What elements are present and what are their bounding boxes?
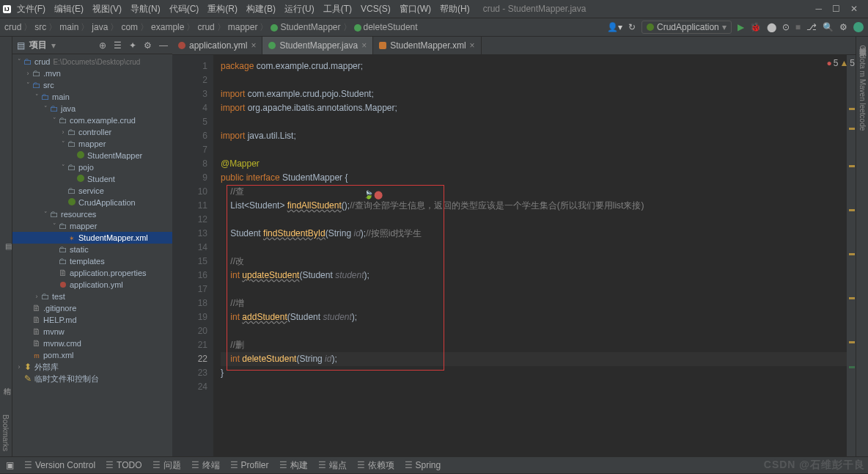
select-opened-file-icon[interactable]: ⊕ <box>99 40 106 51</box>
sync-icon[interactable]: ↻ <box>628 22 636 32</box>
bottom-item[interactable]: ☰问题 <box>152 459 181 472</box>
menu-item[interactable]: 代码(C) <box>165 2 204 15</box>
right-toolwindow-bar[interactable]: 通知 数据库 Codota m Maven leetcode <box>856 37 868 456</box>
tree-row[interactable]: ˅🗀com.example.crud <box>12 114 172 126</box>
close-icon[interactable]: ✕ <box>850 4 858 14</box>
tree-row[interactable]: ›⬍外部库 <box>12 361 172 373</box>
expand-icon[interactable]: ✦ <box>129 40 136 51</box>
profile-icon[interactable]: ⊙ <box>782 22 790 32</box>
tree-row[interactable]: mpom.xml <box>12 349 172 361</box>
menu-item[interactable]: VCS(S) <box>356 2 395 15</box>
user-icon[interactable]: 👤▾ <box>607 22 622 32</box>
breadcrumb-item[interactable]: deleteStudent <box>354 22 418 32</box>
run-icon[interactable]: ▶ <box>738 22 744 32</box>
project-pane: ▤ 项目 ▾ ⊕ ☰ ✦ ⚙ — ˅🗀crudE:\Documets\Deskt… <box>12 37 172 456</box>
breadcrumb-item[interactable]: StudentMapper <box>271 22 340 32</box>
tree-row[interactable]: 🗎mvnw <box>12 326 172 338</box>
tree-row[interactable]: ˅🗀mapper <box>12 138 172 150</box>
bottom-item[interactable]: ☰构建 <box>279 459 308 472</box>
tree-row[interactable]: Student <box>12 173 172 185</box>
breadcrumb-item[interactable]: example <box>151 22 184 32</box>
project-tree[interactable]: ˅🗀crudE:\Documets\Desktop\crud›🗀.mvn˅🗀sr… <box>12 54 172 456</box>
avatar-icon[interactable] <box>853 22 864 32</box>
menu-item[interactable]: 视图(V) <box>88 2 126 15</box>
tree-row[interactable]: application.yml <box>12 279 172 291</box>
breadcrumb-item[interactable]: crud <box>4 22 21 32</box>
coverage-icon[interactable]: ⬤ <box>767 22 776 32</box>
bottom-item[interactable]: ☰TODO <box>106 460 141 470</box>
menu-item[interactable]: 帮助(H) <box>435 2 474 15</box>
tree-row[interactable]: ›🗀test <box>12 291 172 302</box>
tree-row[interactable]: 🗎.gitignore <box>12 302 172 314</box>
tree-row[interactable]: ✶StudentMapper.xml <box>12 232 172 244</box>
menu-item[interactable]: 工具(T) <box>319 2 356 15</box>
menu-item[interactable]: 重构(R) <box>203 2 242 15</box>
menu-item[interactable]: 导航(N) <box>126 2 165 15</box>
settings-icon[interactable]: ⚙ <box>839 22 847 32</box>
tree-row[interactable]: ˅🗀resources <box>12 208 172 220</box>
tree-row[interactable]: 🗀service <box>12 185 172 197</box>
menu-item[interactable]: 构建(B) <box>242 2 280 15</box>
breadcrumb-item[interactable]: com <box>121 22 138 32</box>
tree-row[interactable]: StudentMapper <box>12 150 172 161</box>
breadcrumb-item[interactable]: src <box>34 22 46 32</box>
tree-row[interactable]: ˅🗀src <box>12 79 172 91</box>
close-tab-icon[interactable]: × <box>361 40 367 51</box>
breadcrumb-item[interactable]: java <box>92 22 108 32</box>
tree-row[interactable]: 🗎mvnw.cmd <box>12 338 172 349</box>
settings-icon[interactable]: ⚙ <box>144 40 152 51</box>
gutter[interactable]: 123456789101112131415161718192021222324 <box>172 55 213 456</box>
bottom-item[interactable]: ☰端点 <box>318 459 347 472</box>
close-tab-icon[interactable]: × <box>470 40 475 51</box>
hide-icon[interactable]: — <box>159 40 168 51</box>
breadcrumb-item[interactable]: crud <box>197 22 214 32</box>
tree-row[interactable]: ˅🗀main <box>12 91 172 103</box>
debug-icon[interactable]: 🐞 <box>750 22 761 32</box>
bottom-item[interactable]: ☰Profiler <box>230 460 269 470</box>
editor-tabs[interactable]: application.yml×StudentMapper.java×Stude… <box>172 37 856 55</box>
menu-item[interactable]: 窗口(W) <box>395 2 435 15</box>
git-icon[interactable]: ⎇ <box>806 22 817 32</box>
tree-row[interactable]: 🗀static <box>12 244 172 255</box>
maximize-icon[interactable]: ☐ <box>832 4 840 14</box>
bottom-item[interactable]: ☰Spring <box>405 460 441 470</box>
run-config[interactable]: CrudApplication ▾ <box>641 21 732 34</box>
tree-row[interactable]: CrudApplication <box>12 197 172 208</box>
code-editor[interactable]: package com.example.crud.mapper;import c… <box>213 55 847 456</box>
toolwin-icon[interactable]: ▣ <box>6 460 14 470</box>
override-icon[interactable]: ⬤ <box>374 190 383 199</box>
nav-toolbar: crud〉src〉main〉java〉com〉example〉crud〉mapp… <box>0 18 868 37</box>
tree-row[interactable]: 🗀templates <box>12 255 172 267</box>
tree-row[interactable]: ›🗀.mvn <box>12 68 172 79</box>
menu-item[interactable]: 文件(F) <box>12 2 50 15</box>
tree-row[interactable]: ›🗀controller <box>12 126 172 138</box>
impl-icon[interactable]: 🍃 <box>364 190 374 199</box>
left-toolwindow-bar[interactable]: ▤ <box>0 37 12 456</box>
editor-tab[interactable]: StudentMapper.xml× <box>373 37 481 54</box>
bottom-item[interactable]: ☰终端 <box>191 459 220 472</box>
tree-row[interactable]: ˅🗀pojo <box>12 161 172 173</box>
error-stripe[interactable]: ●5 ▲5 <box>847 55 856 456</box>
search-icon[interactable]: 🔍 <box>823 22 834 32</box>
tree-row[interactable]: ✎临时文件和控制台 <box>12 373 172 384</box>
editor-tab[interactable]: StudentMapper.java× <box>262 37 373 54</box>
tree-row[interactable]: 🗎HELP.md <box>12 314 172 326</box>
tree-row[interactable]: 🗎application.properties <box>12 267 172 279</box>
menu-item[interactable]: 编辑(E) <box>50 2 88 15</box>
left-bar-bookmarks[interactable]: Bookmarks <box>1 415 10 451</box>
bottom-toolbar[interactable]: ▣ ☰Version Control☰TODO☰问题☰终端☰Profiler☰构… <box>0 456 868 473</box>
tree-row[interactable]: ˅🗀crudE:\Documets\Desktop\crud <box>12 56 172 68</box>
breadcrumb-item[interactable]: mapper <box>228 22 258 32</box>
tree-row[interactable]: ˅🗀mapper <box>12 220 172 232</box>
stop-icon[interactable]: ■ <box>795 22 801 32</box>
close-tab-icon[interactable]: × <box>251 40 256 51</box>
breadcrumb[interactable]: crud〉src〉main〉java〉com〉example〉crud〉mapp… <box>4 21 418 34</box>
bottom-item[interactable]: ☰Version Control <box>24 460 95 470</box>
collapse-icon[interactable]: ☰ <box>114 40 122 51</box>
minimize-icon[interactable]: ─ <box>815 4 822 14</box>
editor-tab[interactable]: application.yml× <box>172 37 262 54</box>
tree-row[interactable]: ˅🗀java <box>12 103 172 114</box>
breadcrumb-item[interactable]: main <box>59 22 78 32</box>
bottom-item[interactable]: ☰依赖项 <box>357 459 394 472</box>
menu-item[interactable]: 运行(U) <box>280 2 319 15</box>
